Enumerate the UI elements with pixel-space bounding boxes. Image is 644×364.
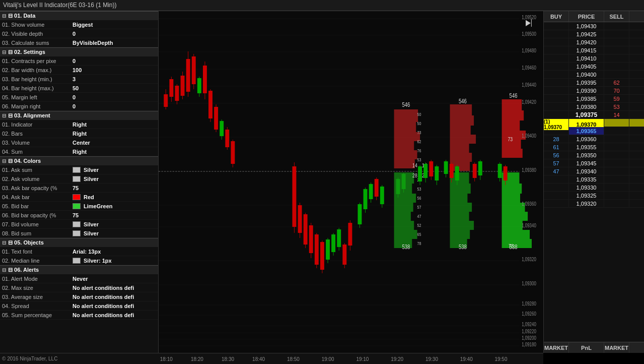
dom-row[interactable]: 1,09430 <box>544 22 644 30</box>
svg-rect-73 <box>369 184 373 199</box>
dom-row[interactable]: 1,09400 <box>544 71 644 79</box>
svg-text:1,09260: 1,09260 <box>522 311 536 317</box>
color-swatch <box>73 176 81 182</box>
section-header-06[interactable]: ⊟ 06. Alerts <box>0 265 158 274</box>
setting-row: 02. BarsRight <box>0 129 158 138</box>
dom-row[interactable]: 1,0938559 <box>544 95 644 103</box>
dom-price-cell: 1,09320 <box>569 200 604 207</box>
section-header-04[interactable]: ⊟ 04. Colors <box>0 156 158 165</box>
setting-row: 02. Bar width (max.)100 <box>0 66 158 75</box>
setting-label: 01. Contracts per pixe <box>2 58 73 64</box>
svg-rect-65 <box>342 245 346 265</box>
dom-sell-cell <box>604 54 629 62</box>
setting-value: Never <box>73 276 88 282</box>
setting-row: 03. Calculate sumsByVisibleDepth <box>0 38 158 47</box>
svg-text:1,09220: 1,09220 <box>522 329 536 334</box>
setting-label: 05. Margin left <box>2 94 73 100</box>
dom-price-cell: 1,09325 <box>569 192 604 199</box>
dom-price-cell: 1,09390 <box>569 87 604 94</box>
dom-header: BUY PRICE SELL <box>544 11 644 22</box>
dom-row[interactable]: 1,09415 <box>544 46 644 54</box>
dom-row[interactable]: 1,09420 <box>544 38 644 46</box>
setting-value: Red <box>73 194 94 200</box>
dom-row[interactable]: 611,09355 <box>544 143 644 151</box>
svg-text:▶|: ▶| <box>526 18 532 27</box>
setting-row: 01. Show volumeBiggest <box>0 20 158 29</box>
dom-sell-cell: 62 <box>604 79 629 86</box>
svg-rect-123 <box>502 230 530 239</box>
svg-rect-158 <box>435 166 439 180</box>
chart-area: 546 538 546 538 546 538 14 14 28 28 73 7… <box>159 11 543 353</box>
svg-text:14: 14 <box>412 162 417 168</box>
dom-row[interactable]: 1,0938053 <box>544 103 644 111</box>
setting-label: 03. Bar height (min.) <box>2 76 73 82</box>
setting-label: 04. Bar height (max.) <box>2 85 73 91</box>
setting-value: LimeGreen <box>73 203 112 209</box>
dom-row[interactable]: 1,09335 <box>544 175 644 184</box>
svg-rect-101 <box>394 172 414 184</box>
svg-text:73: 73 <box>508 136 513 142</box>
time-label: 18:10 <box>160 356 173 362</box>
dom-row[interactable]: 471,09340 <box>544 167 644 175</box>
svg-rect-45 <box>231 141 235 164</box>
svg-rect-49 <box>298 205 302 233</box>
svg-rect-41 <box>220 121 224 136</box>
dom-buy-cell <box>544 192 569 199</box>
dom-row[interactable]: 1,09425 <box>544 30 644 38</box>
dom-row[interactable]: 1,09365 <box>544 127 644 135</box>
dom-buy-cell: 61 <box>544 143 569 151</box>
section-header-01[interactable]: ⊟ 01. Data <box>0 11 158 20</box>
svg-text:1,09300: 1,09300 <box>522 281 536 286</box>
dom-sell-cell <box>604 200 629 207</box>
svg-rect-154 <box>423 164 427 178</box>
setting-label: 04. Ask bar <box>2 194 73 200</box>
market-sell-footer[interactable]: MARKET <box>604 342 629 353</box>
section-header-05[interactable]: ⊟ 05. Objects <box>0 238 158 247</box>
section-header-02[interactable]: ⊟ 02. Settings <box>0 47 158 56</box>
section-header-03[interactable]: ⊟ 03. Alignment <box>0 111 158 120</box>
svg-rect-89 <box>450 115 474 126</box>
svg-text:546: 546 <box>402 101 410 108</box>
svg-rect-152 <box>418 166 422 181</box>
setting-label: 02. Bar width (max.) <box>2 67 73 73</box>
dom-row[interactable]: 1,0939562 <box>544 79 644 87</box>
dom-row[interactable]: 561,09350 <box>544 151 644 159</box>
setting-row: 03. Bar height (min.)3 <box>0 75 158 84</box>
svg-text:1,09280: 1,09280 <box>522 301 536 307</box>
setting-row: 04. SpreadNo alert conditions defi <box>0 301 158 311</box>
color-swatch <box>73 258 81 264</box>
dom-buy-cell <box>544 38 569 46</box>
svg-rect-170 <box>498 164 502 178</box>
setting-label: 05. Bid bar <box>2 203 73 209</box>
dom-buy-cell <box>544 63 569 70</box>
dom-row[interactable]: (1) 1,093701,09370 <box>544 119 644 127</box>
svg-rect-77 <box>380 187 384 204</box>
dom-row[interactable]: 1,09405 <box>544 63 644 71</box>
dom-buy-cell <box>544 200 569 207</box>
dom-row[interactable]: 1,0939070 <box>544 87 644 95</box>
dom-sell-cell <box>604 30 629 38</box>
dom-row[interactable]: 571,09345 <box>544 159 644 167</box>
dom-row[interactable]: 1,09410 <box>544 54 644 63</box>
dom-row[interactable]: 1,09320 <box>544 200 644 208</box>
dom-price-cell: 1,09405 <box>569 63 604 70</box>
setting-label: 02. Max size <box>2 285 73 291</box>
svg-rect-51 <box>304 214 308 245</box>
setting-row: 02. Ask volumeSilver <box>0 174 158 184</box>
dom-row[interactable]: 281,09360 <box>544 135 644 143</box>
setting-row: 05. Margin left0 <box>0 93 158 102</box>
dom-row[interactable]: 1,0937514 <box>544 111 644 119</box>
setting-label: 03. Ask bar opacity (% <box>2 185 73 191</box>
svg-rect-110 <box>450 184 471 194</box>
dom-price-cell: 1,09415 <box>569 46 604 54</box>
svg-rect-88 <box>450 104 472 115</box>
market-buy-footer[interactable]: MARKET <box>544 342 569 353</box>
setting-row: 02. Max sizeNo alert conditions defi <box>0 283 158 292</box>
svg-text:52: 52 <box>417 223 421 228</box>
setting-row: 02. Median lineSilver: 1px <box>0 256 158 265</box>
dom-row[interactable]: 1,09330 <box>544 184 644 192</box>
dom-row[interactable]: 1,09325 <box>544 192 644 200</box>
dom-rows: 1,094301,094251,094201,094151,094101,094… <box>544 22 644 208</box>
svg-text:546: 546 <box>459 98 467 104</box>
dom-price-cell: 1,09365 <box>569 127 604 135</box>
